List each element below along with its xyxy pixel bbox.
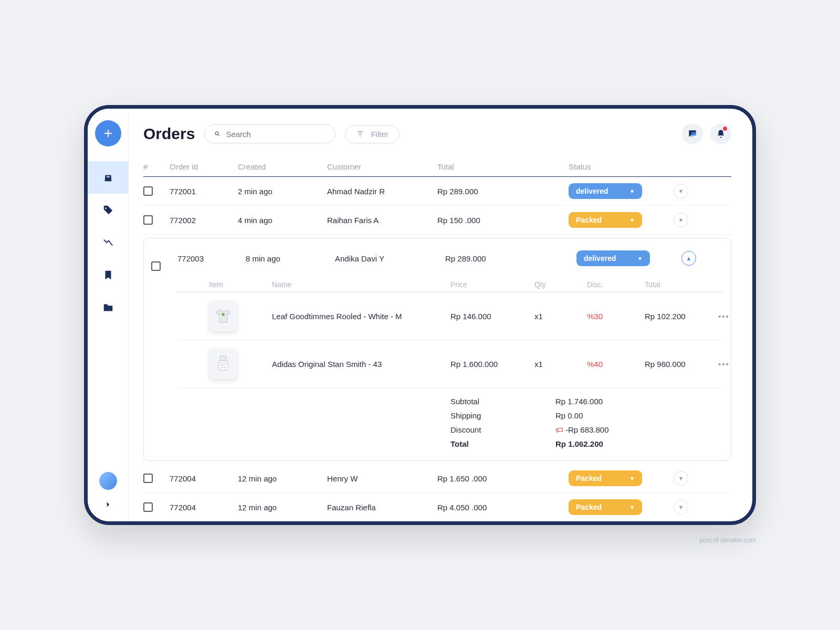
product-thumbnail	[209, 349, 237, 379]
watermark: post of uimaker.com	[700, 537, 756, 544]
sidebar	[88, 109, 129, 521]
notification-dot-icon	[723, 127, 727, 131]
row-checkbox[interactable]	[143, 215, 153, 225]
tshirt-icon	[214, 307, 233, 326]
item-qty: x1	[534, 360, 587, 369]
search-input[interactable]	[226, 130, 326, 139]
order-customer: Henry W	[327, 474, 437, 483]
expand-row-button[interactable]: ▼	[674, 184, 688, 198]
notifications-button[interactable]	[710, 123, 731, 144]
discount-tag-icon: 🏷	[555, 425, 563, 434]
row-checkbox[interactable]	[143, 186, 153, 196]
row-checkbox[interactable]	[151, 261, 161, 271]
expand-sidebar-button[interactable]	[101, 497, 116, 512]
chat-icon	[687, 129, 698, 139]
order-id: 772003	[177, 254, 246, 263]
expand-row-button[interactable]: ▼	[674, 471, 688, 486]
dcol-total: Total	[645, 280, 718, 289]
table-row: 772003 8 min ago Andika Davi Y Rp 289.00…	[151, 239, 723, 277]
dcol-price: Price	[450, 280, 534, 289]
expanded-order: 772003 8 min ago Andika Davi Y Rp 289.00…	[143, 238, 731, 461]
sidebar-item-files[interactable]	[88, 291, 129, 324]
avatar[interactable]	[99, 472, 117, 490]
sidebar-item-tags[interactable]	[88, 194, 129, 226]
order-id: 772001	[170, 187, 238, 196]
filter-icon	[356, 130, 364, 138]
status-pill[interactable]: Packed▼	[569, 212, 642, 228]
filter-label: Filter	[371, 130, 388, 139]
status-pill[interactable]: delivered▼	[569, 183, 642, 199]
col-total: Total	[437, 162, 569, 171]
bookmark-icon	[102, 269, 114, 281]
chevron-down-icon: ▼	[629, 217, 635, 223]
sidebar-item-orders[interactable]	[88, 161, 129, 194]
svg-point-0	[215, 132, 218, 135]
dcol-item: Item	[209, 280, 272, 289]
collapse-row-button[interactable]: ▲	[681, 251, 696, 266]
product-thumbnail	[209, 301, 237, 331]
folder-icon	[102, 302, 114, 313]
order-created: 4 min ago	[238, 216, 327, 225]
item-price: Rp 1.600.000	[450, 360, 534, 369]
detail-header: Item Name Price Qty Disc. Total	[177, 277, 723, 292]
subtotal-label: Subtotal	[450, 397, 555, 406]
status-pill[interactable]: Packed▼	[569, 470, 642, 486]
filter-button[interactable]: Filter	[345, 125, 399, 143]
search-input-wrap[interactable]	[204, 124, 335, 143]
dcol-disc: Disc.	[587, 280, 645, 289]
item-price: Rp 146.000	[450, 312, 534, 321]
add-button[interactable]	[95, 120, 121, 146]
discount-label: Discount	[450, 425, 555, 434]
order-customer: Ahmad Nadzir R	[327, 187, 437, 196]
discount-value: 🏷-Rp 683.800	[555, 425, 660, 434]
item-more-button[interactable]: •••	[718, 360, 750, 369]
bag-icon	[102, 172, 114, 183]
order-summary: SubtotalRp 1.746.000 ShippingRp 0.00 Dis…	[177, 388, 723, 451]
order-item-row: Leaf Goodtimmes Rooled - White - M Rp 14…	[177, 292, 723, 340]
sidebar-item-analytics[interactable]	[88, 226, 129, 259]
order-total: Rp 289.000	[437, 187, 569, 196]
order-created: 12 min ago	[238, 503, 327, 512]
row-checkbox[interactable]	[143, 502, 153, 512]
chat-button[interactable]	[682, 123, 703, 144]
item-disc: %30	[587, 312, 645, 321]
search-icon	[214, 129, 220, 139]
order-total: Rp 150 .000	[437, 216, 569, 225]
order-created: 12 min ago	[238, 474, 327, 483]
table-header: # Order id Created Customer Total Status	[143, 157, 731, 177]
table-row: 772001 2 min ago Ahmad Nadzir R Rp 289.0…	[143, 177, 731, 206]
topbar: Orders Filter	[143, 123, 731, 144]
total-label: Total	[450, 439, 555, 448]
trend-icon	[102, 237, 114, 248]
order-id: 772002	[170, 216, 238, 225]
table-row: 772004 12 min ago Fauzan Riefla Rp 4.050…	[143, 493, 731, 521]
expand-row-button[interactable]: ▼	[674, 213, 688, 227]
col-created: Created	[238, 162, 327, 171]
tag-icon	[102, 204, 114, 216]
dcol-qty: Qty	[534, 280, 587, 289]
sidebar-item-bookmarks[interactable]	[88, 259, 129, 291]
shoe-icon	[214, 353, 233, 374]
chevron-down-icon: ▼	[629, 476, 635, 481]
order-created: 8 min ago	[246, 254, 335, 263]
chevron-down-icon: ▼	[637, 256, 643, 261]
expand-row-button[interactable]: ▼	[674, 500, 688, 514]
order-total: Rp 4.050 .000	[437, 503, 569, 512]
status-pill[interactable]: Packed▼	[569, 499, 642, 515]
row-checkbox[interactable]	[143, 474, 153, 483]
col-customer: Customer	[327, 162, 437, 171]
col-checkbox: #	[143, 162, 170, 171]
chevron-right-icon	[103, 500, 113, 509]
shipping-value: Rp 0.00	[555, 411, 660, 420]
order-item-row: Adidas Original Stan Smith - 43 Rp 1.600…	[177, 340, 723, 388]
item-qty: x1	[534, 312, 587, 321]
status-pill[interactable]: delivered▼	[576, 250, 650, 266]
order-id: 772004	[170, 503, 238, 512]
svg-point-1	[222, 313, 225, 316]
order-created: 2 min ago	[238, 187, 327, 196]
order-total: Rp 1.650 .000	[437, 474, 569, 483]
main-content: Orders Filter # Order id	[129, 109, 752, 521]
chevron-down-icon: ▼	[629, 505, 635, 510]
order-total: Rp 289.000	[445, 254, 576, 263]
item-more-button[interactable]: •••	[718, 312, 750, 321]
